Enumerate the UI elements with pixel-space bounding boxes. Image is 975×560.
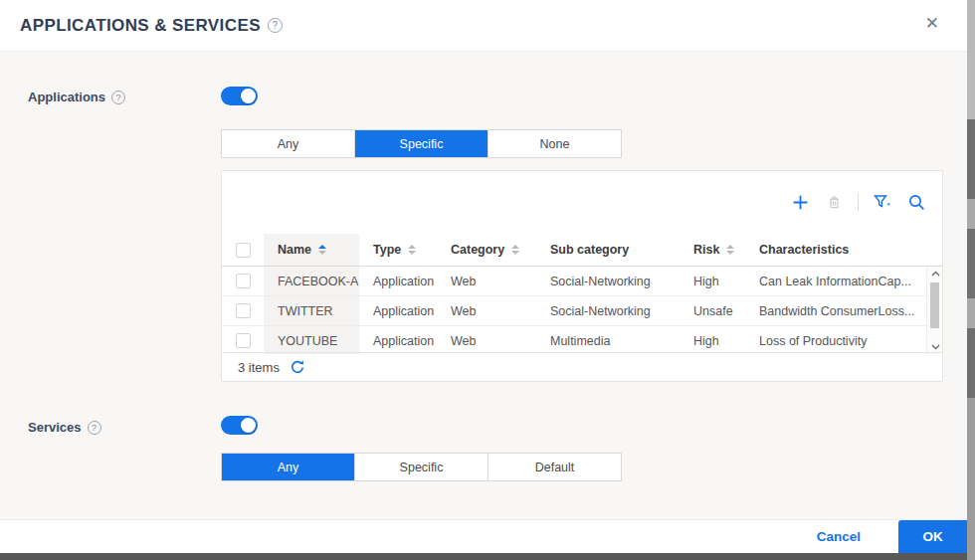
page-title: APPLICATIONS & SERVICES: [20, 16, 261, 36]
applications-toggle[interactable]: [221, 87, 258, 105]
applications-mode-specific[interactable]: Specific: [355, 130, 488, 157]
table-row[interactable]: TWITTER Application Web Social-Networkin…: [222, 296, 926, 326]
cell-risk: Unsafe: [680, 296, 745, 325]
dialog-header: APPLICATIONS & SERVICES ? ✕: [0, 0, 967, 52]
cell-sub-category: Social-Networking: [536, 267, 680, 295]
cell-name: TWITTER: [264, 296, 359, 325]
toolbar-divider: [858, 193, 859, 211]
items-count: 3 items: [238, 360, 280, 375]
cell-characteristics: Can Leak InformationCap...: [745, 267, 926, 295]
delete-icon[interactable]: [824, 192, 844, 212]
cell-sub-category: Multimedia: [536, 326, 680, 354]
window-edge-bottom: [0, 553, 967, 560]
cell-name: YOUTUBE: [264, 326, 359, 354]
cell-category: Web: [437, 296, 536, 325]
toggle-knob: [241, 89, 256, 103]
row-checkbox[interactable]: [236, 274, 251, 288]
filter-icon[interactable]: [873, 192, 892, 212]
table-toolbar: [222, 171, 942, 233]
services-label-text: Services: [28, 420, 82, 435]
cell-type: Application: [359, 326, 437, 354]
add-icon[interactable]: [790, 192, 810, 212]
search-icon[interactable]: [906, 192, 926, 212]
table-scroll-viewport: FACEBOOK-A... Application Web Social-Net…: [222, 267, 942, 354]
applications-mode-any[interactable]: Any: [222, 130, 355, 157]
cell-category: Web: [437, 267, 536, 295]
applications-table-panel: Name Type Category Sub category Risk: [221, 170, 943, 382]
sort-icon[interactable]: [511, 245, 519, 255]
cell-risk: High: [680, 267, 745, 295]
table-footer: 3 items: [222, 352, 942, 381]
dialog-body: Applications ? Any Specific None: [0, 52, 967, 519]
column-header-sub-category: Sub category: [536, 234, 680, 266]
services-toggle[interactable]: [221, 416, 258, 435]
cell-type: Application: [359, 296, 437, 325]
refresh-icon[interactable]: [290, 359, 305, 375]
services-mode-any[interactable]: Any: [222, 454, 355, 480]
sort-icon[interactable]: [726, 245, 734, 255]
services-mode-segments: Any Specific Default: [221, 453, 622, 481]
cell-risk: High: [680, 326, 745, 354]
vertical-scrollbar[interactable]: [926, 267, 942, 354]
cell-sub-category: Social-Networking: [536, 296, 680, 325]
column-header-name[interactable]: Name: [264, 234, 359, 266]
dialog-footer: Cancel OK: [0, 519, 967, 553]
help-icon[interactable]: ?: [268, 18, 283, 33]
applications-label-text: Applications: [28, 90, 105, 104]
sort-icon[interactable]: [408, 245, 416, 255]
table-header-row: Name Type Category Sub category Risk: [222, 234, 942, 267]
cell-category: Web: [437, 326, 536, 354]
header-checkbox-cell: [222, 234, 264, 266]
scroll-up-icon[interactable]: [927, 267, 943, 280]
column-header-category[interactable]: Category: [437, 234, 536, 266]
cancel-button[interactable]: Cancel: [817, 529, 861, 544]
select-all-checkbox[interactable]: [236, 243, 251, 258]
row-checkbox[interactable]: [236, 303, 251, 318]
applications-mode-segments: Any Specific None: [221, 129, 622, 158]
services-mode-specific[interactable]: Specific: [355, 454, 488, 480]
cell-type: Application: [359, 267, 437, 295]
sort-asc-icon[interactable]: [318, 245, 326, 255]
ok-button[interactable]: OK: [898, 520, 967, 554]
applications-services-dialog: APPLICATIONS & SERVICES ? ✕ Applications…: [0, 0, 967, 553]
column-header-characteristics: Characteristics: [745, 234, 942, 266]
row-checkbox[interactable]: [236, 333, 251, 348]
column-header-risk[interactable]: Risk: [680, 234, 745, 266]
cell-characteristics: Loss of Productivity: [745, 326, 926, 354]
scrollbar-thumb[interactable]: [930, 282, 939, 328]
column-header-type[interactable]: Type: [359, 234, 437, 266]
services-label: Services ?: [28, 420, 101, 435]
services-mode-default[interactable]: Default: [488, 454, 621, 480]
close-icon[interactable]: ✕: [925, 15, 939, 32]
cell-name: FACEBOOK-A...: [264, 267, 359, 295]
help-icon[interactable]: ?: [88, 421, 101, 435]
toggle-knob: [241, 418, 256, 433]
applications-mode-none[interactable]: None: [488, 130, 621, 157]
cell-characteristics: Bandwidth ConsumerLoss...: [745, 296, 926, 325]
applications-label: Applications ?: [28, 90, 125, 104]
help-icon[interactable]: ?: [111, 91, 125, 104]
table-row[interactable]: FACEBOOK-A... Application Web Social-Net…: [222, 267, 926, 296]
window-edge-right: [967, 0, 975, 560]
table-row[interactable]: YOUTUBE Application Web Multimedia High …: [222, 326, 926, 354]
